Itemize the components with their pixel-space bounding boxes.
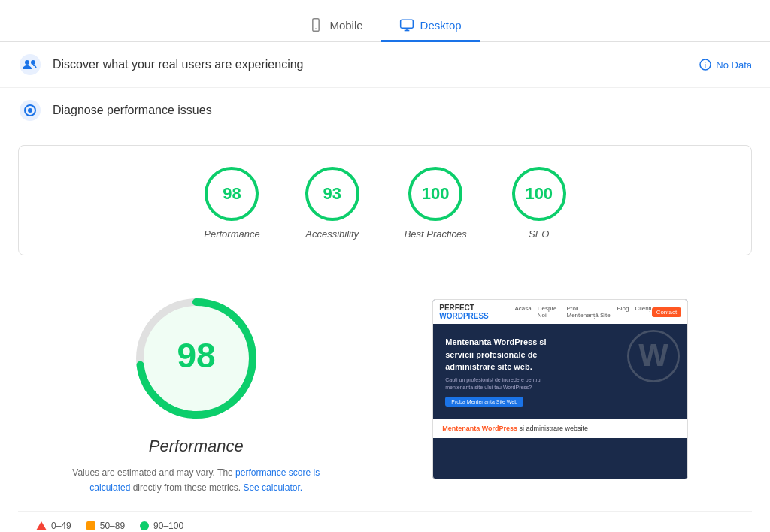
accessibility-circle: 93: [305, 167, 359, 221]
diagnose-title: Diagnose performance issues: [53, 104, 212, 117]
score-performance: 98 Performance: [204, 167, 259, 240]
svg-point-5: [20, 54, 41, 75]
info-icon: i: [699, 59, 711, 71]
detail-desc-middle: directly from these metrics.: [133, 482, 241, 493]
legend-average: 50–89: [86, 521, 125, 531]
best-practices-label: Best Practices: [405, 228, 467, 240]
average-icon: [86, 521, 95, 530]
fail-range: 0–49: [51, 521, 71, 531]
svg-rect-0: [313, 19, 319, 32]
accessibility-label: Accessibility: [305, 228, 359, 240]
fail-icon: [36, 521, 47, 530]
real-users-row: Discover what your real users are experi…: [0, 42, 770, 88]
seo-circle: 100: [512, 167, 566, 221]
tab-desktop-label: Desktop: [420, 19, 462, 32]
website-preview: PERFECT WORDPRESS AcasăDespre NoiProli M…: [432, 299, 688, 479]
performance-value: 98: [223, 184, 241, 204]
preview-contact-btn: Contact: [652, 307, 682, 317]
svg-point-7: [31, 60, 35, 65]
score-seo: 100 SEO: [512, 167, 566, 240]
score-accessibility: 93 Accessibility: [305, 167, 359, 240]
wp-logo: W: [627, 330, 680, 382]
tab-mobile[interactable]: Mobile: [290, 10, 380, 42]
preview-bottom: Mentenanta WordPress si administrare web…: [433, 419, 687, 438]
users-icon: [18, 53, 42, 77]
preview-hero-btn: Proba Mentenanta Site Web: [445, 397, 523, 407]
preview-nav-links: AcasăDespre NoiProli Mentenanță SiteBlog…: [514, 305, 651, 319]
best-practices-value: 100: [422, 184, 450, 204]
scores-card: 98 Performance 93 Accessibility 100 Best…: [18, 145, 752, 255]
real-users-title: Discover what your real users are experi…: [53, 58, 303, 71]
seo-value: 100: [525, 184, 553, 204]
preview-hero: Mentenanta WordPress si servicii profesi…: [433, 324, 687, 419]
diagnose-section: 98 Performance 93 Accessibility 100 Best…: [0, 145, 770, 532]
detail-title: Performance: [149, 437, 244, 456]
large-score-svg: 98: [129, 291, 264, 426]
tab-desktop[interactable]: Desktop: [381, 10, 480, 42]
legend-fail: 0–49: [36, 521, 71, 531]
preview-brand: PERFECT WORDPRESS: [439, 304, 514, 320]
tab-bar: Mobile Desktop: [0, 0, 770, 42]
good-icon: [140, 521, 149, 530]
performance-circle: 98: [205, 167, 259, 221]
preview-bottom-text: Mentenanta WordPress si administrare web…: [442, 425, 678, 432]
no-data-link[interactable]: i No Data: [699, 59, 752, 71]
legend: 0–49 50–89 90–100: [18, 511, 752, 532]
detail-left: 98 Performance Values are estimated and …: [36, 283, 371, 496]
performance-label: Performance: [204, 228, 259, 240]
svg-text:98: 98: [177, 336, 215, 375]
svg-rect-2: [400, 20, 413, 28]
svg-point-6: [25, 60, 29, 65]
detail-description: Values are estimated and may vary. The p…: [68, 465, 324, 496]
tab-mobile-label: Mobile: [329, 19, 362, 32]
svg-text:i: i: [705, 62, 706, 69]
legend-good: 90–100: [140, 521, 183, 531]
detail-section: 98 Performance Values are estimated and …: [18, 268, 752, 511]
detail-right: PERFECT WORDPRESS AcasăDespre NoiProli M…: [371, 283, 734, 496]
good-range: 90–100: [153, 521, 183, 531]
accessibility-value: 93: [323, 184, 341, 204]
no-data-label: No Data: [716, 59, 752, 71]
svg-point-12: [28, 108, 32, 113]
score-best-practices: 100 Best Practices: [405, 167, 467, 240]
calculator-link[interactable]: See calculator.: [243, 482, 302, 493]
diagnose-row: Diagnose performance issues: [0, 88, 770, 133]
diagnose-icon: [18, 98, 42, 122]
best-practices-circle: 100: [408, 167, 462, 221]
preview-nav: PERFECT WORDPRESS AcasăDespre NoiProli M…: [433, 300, 687, 324]
svg-text:W: W: [638, 337, 668, 373]
detail-desc-text: Values are estimated and may vary. The: [72, 467, 232, 478]
average-range: 50–89: [100, 521, 125, 531]
seo-label: SEO: [529, 228, 549, 240]
